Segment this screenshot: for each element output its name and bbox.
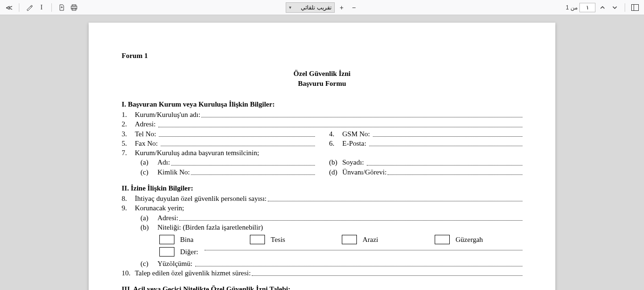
zoom-out-button[interactable]: − xyxy=(349,2,359,13)
field-label: E-Posta: xyxy=(342,139,368,148)
dotted-line xyxy=(373,127,522,137)
field-label: İhtiyaç duyulan özel güvenlik personeli … xyxy=(135,194,267,203)
field-nitelik: (b) Niteliği: (Birden fazla işaretlenebi… xyxy=(140,223,522,232)
dotted-line xyxy=(179,211,522,221)
zoom-in-button[interactable]: + xyxy=(337,2,347,13)
text-button[interactable]: I xyxy=(36,2,47,13)
list-letter: (b) xyxy=(329,157,342,167)
list-number: 6. xyxy=(329,139,342,148)
checkbox-label: Bina xyxy=(180,235,193,244)
dotted-line xyxy=(159,127,315,137)
dotted-line xyxy=(388,166,522,175)
list-number: 1. xyxy=(122,110,135,119)
page-up-button[interactable] xyxy=(597,2,608,13)
field-label: Kimlik No: xyxy=(157,167,190,177)
list-letter: (a) xyxy=(140,157,157,167)
dotted-line xyxy=(205,250,522,250)
dotted-line xyxy=(201,108,522,117)
list-letter: (c) xyxy=(140,167,157,177)
dotted-line xyxy=(171,156,315,165)
field-kimlik-unvan: (c) Kimlik No: (d) Ünvanı/Görevi: xyxy=(140,167,522,177)
field-label: Korunacak yerin; xyxy=(135,203,184,213)
checkbox-box[interactable] xyxy=(435,235,450,244)
field-label: Adresi: xyxy=(135,119,157,129)
zoom-select[interactable]: تقريب تلقائي ▾ xyxy=(286,2,334,13)
field-label: Adı: xyxy=(157,157,170,167)
checkbox-box[interactable] xyxy=(250,235,265,244)
field-fax-eposta: 5. Fax No: 6. E-Posta: xyxy=(122,139,522,148)
page-number-input[interactable] xyxy=(579,3,595,12)
list-number: 4. xyxy=(329,129,342,139)
checkbox-tesis[interactable]: Tesis xyxy=(250,235,285,244)
section1-heading: I. Başvuran Kurum veya Kuruluşa İlişkin … xyxy=(122,99,522,109)
doc-title-line1: Özel Güvenlik İzni xyxy=(122,69,522,78)
list-letter: (a) xyxy=(140,213,157,223)
dotted-line xyxy=(252,266,522,276)
field-personel-sayisi: 8. İhtiyaç duyulan özel güvenlik persone… xyxy=(122,194,522,203)
doc-title-line2: Başvuru Formu xyxy=(122,79,522,88)
pdf-toolbar: من 1 − + تقريب تلقائي ▾ ≪ I xyxy=(0,0,644,15)
dotted-line xyxy=(161,137,315,146)
dotted-line xyxy=(191,166,315,175)
page-of-label: من 1 xyxy=(566,4,578,11)
document-page: Forum 1 Özel Güvenlik İzni Başvuru Formu… xyxy=(89,23,555,290)
field-label: Ünvanı/Görevi: xyxy=(342,167,387,177)
field-label: Fax No: xyxy=(135,139,160,148)
dotted-line xyxy=(367,156,522,165)
section3-heading: III. Acil veya Geçici Nitelikte Özel Güv… xyxy=(122,284,522,290)
field-yer-adresi: (a) Adresi: xyxy=(140,213,522,223)
svg-rect-0 xyxy=(632,4,639,10)
field-label: Tel No: xyxy=(135,129,158,139)
checkbox-label: Güzergah xyxy=(455,235,483,244)
checkbox-label: Diğer: xyxy=(180,247,198,257)
doc-form-number: Forum 1 xyxy=(122,51,522,60)
checkbox-label: Arazi xyxy=(363,235,378,244)
doc-title: Özel Güvenlik İzni Başvuru Formu xyxy=(122,69,522,88)
list-letter: (d) xyxy=(329,167,342,177)
list-number: 8. xyxy=(122,194,135,203)
checkbox-row: Bina Tesis Arazi Güzergah xyxy=(159,235,522,244)
checkbox-box[interactable] xyxy=(342,235,357,244)
section2-heading: II. İzine İlişkin Bilgiler: xyxy=(122,183,522,193)
checkbox-box[interactable] xyxy=(159,247,174,257)
dotted-line xyxy=(195,257,522,266)
checkbox-arazi[interactable]: Arazi xyxy=(342,235,378,244)
list-number: 5. xyxy=(122,139,135,148)
dotted-line xyxy=(158,117,522,127)
list-number: 2. xyxy=(122,119,135,129)
dotted-line xyxy=(369,137,522,146)
list-number: 3. xyxy=(122,129,135,139)
field-hizmet-suresi: 10. Talep edilen özel güvenlik hizmet sü… xyxy=(122,268,522,278)
page-indicator: من 1 xyxy=(566,3,595,12)
field-label: Talep edilen özel güvenlik hizmet süresi… xyxy=(135,268,251,278)
field-label: Yüzölçümü: xyxy=(157,259,194,268)
checkbox-label: Tesis xyxy=(271,235,285,244)
dotted-line xyxy=(268,192,522,201)
checkbox-guzergah[interactable]: Güzergah xyxy=(435,235,483,244)
checkbox-diger: Diğer: xyxy=(159,247,522,257)
list-number: 9. xyxy=(122,203,135,213)
field-label: Soyadı: xyxy=(342,157,366,167)
page-down-button[interactable] xyxy=(610,2,620,13)
list-number: 10. xyxy=(122,268,135,278)
zoom-level-label: تقريب تلقائي xyxy=(301,4,331,11)
draw-button[interactable] xyxy=(24,2,34,13)
sidebar-toggle-button[interactable] xyxy=(630,2,640,13)
document-viewport[interactable]: Forum 1 Özel Güvenlik İzni Başvuru Formu… xyxy=(0,15,644,290)
checkbox-box[interactable] xyxy=(159,235,174,244)
print-button[interactable] xyxy=(69,2,79,13)
list-letter: (c) xyxy=(140,259,157,268)
list-letter: (b) xyxy=(140,223,157,232)
tools-toggle-button[interactable]: ≪ xyxy=(4,2,14,13)
chevron-down-icon: ▾ xyxy=(289,5,291,10)
list-number: 7. xyxy=(122,148,135,157)
checkbox-bina[interactable]: Bina xyxy=(159,235,193,244)
field-label: Adresi: xyxy=(157,213,178,223)
download-button[interactable] xyxy=(57,2,67,13)
field-label: GSM No: xyxy=(342,129,372,139)
field-label: Niteliği: (Birden fazla işaretlenebilir) xyxy=(157,223,263,232)
